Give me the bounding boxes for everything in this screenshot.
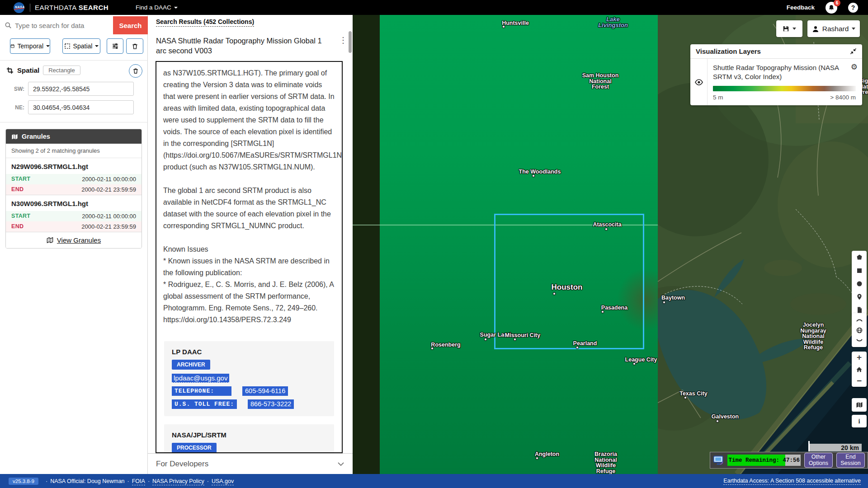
map-place-label: Houston xyxy=(552,283,583,291)
nasa-official-text: NASA Official: Doug Newman xyxy=(50,478,124,484)
file-icon xyxy=(856,306,863,314)
description-text: as N37W105.SRTMGL1.HGT). The primary goa… xyxy=(163,67,335,326)
projection-switcher-group xyxy=(852,313,867,347)
arc-top-icon xyxy=(856,316,863,322)
divider xyxy=(0,122,148,122)
processor-name: NASA/JPL/SRTM xyxy=(172,431,326,439)
draw-circle-button[interactable] xyxy=(852,277,867,290)
save-icon xyxy=(783,25,789,32)
temporal-filter-button[interactable]: Temporal xyxy=(10,38,50,54)
map-place-label: Texas City xyxy=(679,391,708,397)
collection-header: NASA Shuttle Radar Topography Mission Gl… xyxy=(148,30,353,56)
notification-count-badge: 6 xyxy=(834,0,840,6)
sw-coordinate-input[interactable] xyxy=(28,82,134,96)
user-icon xyxy=(812,25,819,33)
tollfree-value: 866-573-3222 xyxy=(248,399,294,409)
footer-link[interactable]: NASA Privacy Policy xyxy=(152,478,204,485)
place-point-button[interactable] xyxy=(852,290,867,303)
layer-picker-button[interactable] xyxy=(852,399,867,412)
version-badge[interactable]: v25.3.8-9 xyxy=(9,478,38,485)
search-results-tab[interactable]: Search Results (452 Collections) xyxy=(156,18,254,27)
draw-rectangle-button[interactable] xyxy=(852,264,867,277)
city-dot xyxy=(431,347,434,350)
layer-settings-gear-icon[interactable]: ⚙ xyxy=(851,62,858,71)
collection-title[interactable]: NASA Shuttle Radar Topography Mission Gl… xyxy=(156,36,330,56)
granule-start-row: START 2000-02-11 00:00:00 xyxy=(6,174,142,184)
clear-filters-button[interactable] xyxy=(126,38,143,54)
city-dot xyxy=(684,396,687,399)
dashed-square-icon xyxy=(64,43,71,49)
description-paragraph: Known Issues * Known issues in the NASA … xyxy=(163,244,335,326)
find-a-daac-menu[interactable]: Find a DAAC xyxy=(136,4,178,11)
footer-link[interactable]: USA.gov xyxy=(212,478,234,485)
ne-coordinate-input[interactable] xyxy=(28,100,134,114)
map-icon xyxy=(11,133,18,140)
location-pin-icon xyxy=(856,293,863,300)
nasa-logo-icon[interactable]: NASA xyxy=(14,2,24,13)
collapse-panel-button[interactable] xyxy=(850,48,857,55)
map-icon xyxy=(47,237,53,244)
search-icon xyxy=(5,22,12,29)
panel-scrollbar[interactable] xyxy=(349,31,352,53)
map-info-button[interactable]: i xyxy=(852,415,867,427)
granules-header: Granules xyxy=(6,129,142,144)
zoom-out-button[interactable]: − xyxy=(852,375,867,387)
draw-polygon-button[interactable] xyxy=(852,251,867,264)
separator: · xyxy=(148,478,150,484)
for-developers-accordion[interactable]: For Developers xyxy=(148,453,353,474)
city-dot xyxy=(633,362,636,365)
north-polar-projection-button[interactable] xyxy=(852,313,867,324)
map-place-label: JocelynNungarayNationalWildlifeRefuge xyxy=(800,322,826,351)
archiver-email-link[interactable]: lpdaac@usgs.gov xyxy=(172,374,229,383)
geographic-projection-button[interactable] xyxy=(852,324,867,336)
layer-visibility-toggle[interactable] xyxy=(690,59,708,105)
city-dot xyxy=(553,292,556,295)
calendar-icon xyxy=(10,43,14,49)
city-dot xyxy=(532,174,535,177)
archiver-name: LP DAAC xyxy=(172,348,326,356)
accessibility-link[interactable]: Earthdata Access: A Section 508 accessib… xyxy=(723,478,861,485)
visualization-layers-panel: Visualization Layers Shuttle Radar Topog… xyxy=(690,44,862,105)
start-value: 2000-02-11 00:00:00 xyxy=(82,213,136,220)
search-input[interactable] xyxy=(15,22,103,29)
south-polar-projection-button[interactable] xyxy=(852,336,867,347)
map-place-label: League City xyxy=(625,357,657,363)
help-button[interactable]: ? xyxy=(848,3,858,13)
spatial-filter-button[interactable]: Spatial xyxy=(62,38,100,54)
collection-menu-button[interactable]: ⋮ xyxy=(339,35,347,45)
collection-description-box[interactable]: as N37W105.SRTMGL1.HGT). The primary goa… xyxy=(156,61,343,453)
layer-name: Shuttle Radar Topography Mission (NASA S… xyxy=(713,63,840,81)
ramp-max-label: > 8400 m xyxy=(830,94,856,101)
divider xyxy=(0,60,148,61)
remove-spatial-button[interactable] xyxy=(129,64,142,78)
map-place-label: Pearland xyxy=(573,341,597,347)
feedback-link[interactable]: Feedback xyxy=(787,4,815,11)
ramp-min-label: 5 m xyxy=(713,94,723,101)
map-canvas[interactable]: HuntsvilleLakeLivingstonSam HoustonNatio… xyxy=(353,15,868,474)
app-title[interactable]: EARTHDATA SEARCH xyxy=(35,4,108,11)
start-label: START xyxy=(11,213,30,220)
granule-list-item[interactable]: N29W096.SRTMGL1.hgt START 2000-02-11 00:… xyxy=(6,158,142,195)
granules-count-text: Showing 2 of 2 matching granules xyxy=(6,144,142,158)
other-options-button[interactable]: Other Options xyxy=(804,453,833,468)
archiver-contact-card: LP DAAC ARCHIVER lpdaac@usgs.gov TELEPHO… xyxy=(164,341,334,416)
granule-end-row: END 2000-02-21 23:59:59 xyxy=(6,221,142,232)
view-granules-button[interactable]: View Granules xyxy=(6,232,142,248)
advanced-search-button[interactable] xyxy=(107,38,123,54)
notifications-button[interactable]: 6 xyxy=(826,2,837,14)
footer-link[interactable]: FOIA xyxy=(132,478,145,485)
scale-tick xyxy=(808,441,810,451)
spatial-label: Spatial xyxy=(73,42,93,50)
granule-name: N30W096.SRTMGL1.hgt xyxy=(6,195,142,211)
granule-list-item[interactable]: N30W096.SRTMGL1.hgt START 2000-02-11 00:… xyxy=(6,195,142,232)
sw-label: SW: xyxy=(0,86,28,92)
search-button[interactable]: Search xyxy=(113,16,148,34)
spatial-section-header: Spatial Rectangle xyxy=(6,66,80,75)
user-menu-button[interactable]: Rashard xyxy=(807,20,860,37)
zoom-home-button[interactable] xyxy=(852,363,867,375)
separator: · xyxy=(207,478,209,484)
zoom-in-button[interactable]: + xyxy=(852,352,867,363)
separator: · xyxy=(127,478,129,484)
save-project-button[interactable] xyxy=(776,20,802,37)
end-session-button[interactable]: End Session xyxy=(836,453,865,468)
